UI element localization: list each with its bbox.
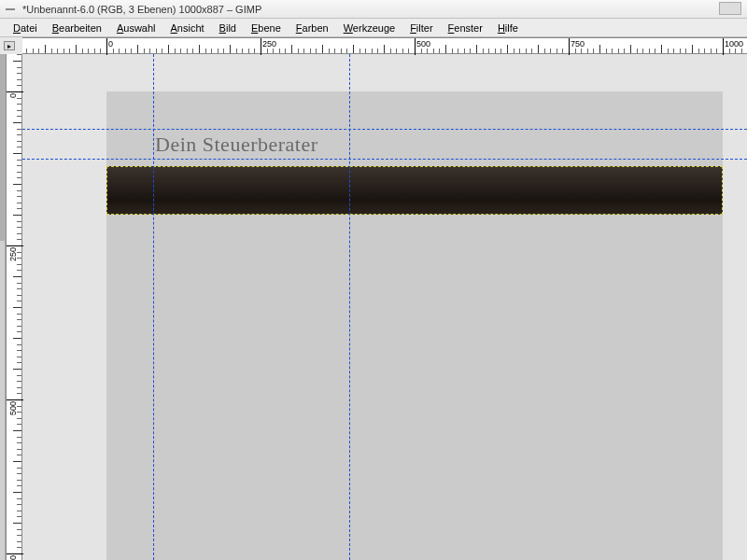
guide-vertical[interactable] [153,54,154,560]
menubar: Datei Bearbeiten Auswahl Ansicht Bild Eb… [0,19,747,37]
window-controls [713,0,747,17]
menu-fenster[interactable]: Fenster [443,21,488,35]
menu-werkzeuge[interactable]: Werkzeuge [338,21,401,35]
guide-horizontal[interactable] [22,129,747,130]
menu-datei[interactable]: Datei [7,21,43,35]
image-canvas[interactable]: Dein Steuerberater [106,91,723,560]
menu-farben[interactable]: Farben [290,21,334,35]
app-icon [6,8,15,10]
menu-ebene[interactable]: Ebene [246,21,287,35]
menu-hilfe[interactable]: Hilfe [492,21,524,35]
window-title: *Unbenannt-6.0 (RGB, 3 Ebenen) 1000x887 … [22,4,261,15]
menu-filter[interactable]: Filter [404,21,438,35]
canvas-viewport[interactable]: Dein Steuerberater [22,54,747,560]
menu-auswahl[interactable]: Auswahl [111,21,162,35]
heading-layer-text: Dein Steuerberater [155,133,318,157]
ruler-toggle-icon[interactable]: ▸ [4,41,15,50]
menu-ansicht[interactable]: Ansicht [165,21,210,35]
guide-horizontal[interactable] [22,159,747,160]
menu-bearbeiten[interactable]: Bearbeiten [47,21,107,35]
minimize-button[interactable] [719,2,741,15]
guide-vertical[interactable] [349,54,350,560]
selected-layer-bar[interactable] [106,166,723,215]
ruler-vertical[interactable]: 0250500750 [6,54,22,560]
ruler-horizontal[interactable]: 02505007501000 [22,37,747,54]
menu-bild[interactable]: Bild [214,21,242,35]
titlebar: *Unbenannt-6.0 (RGB, 3 Ebenen) 1000x887 … [0,0,747,19]
